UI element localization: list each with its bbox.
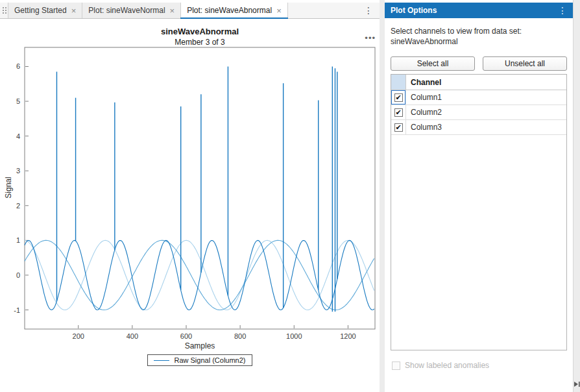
tab-label: Plot: sineWaveAbnormal xyxy=(187,6,272,15)
column3-checkbox[interactable]: ✔ xyxy=(394,123,403,132)
tab-overflow-menu-icon[interactable]: ⋮ xyxy=(357,5,380,16)
document-tab-bar: Getting Started × Plot: sineWaveNormal ×… xyxy=(0,3,380,19)
svg-text:5: 5 xyxy=(16,97,20,105)
figure-panel: sineWaveAbnormal Member 3 of 3 ••• Signa… xyxy=(0,19,380,392)
table-row[interactable]: ✔ Column3 xyxy=(391,120,566,135)
checkbox-cell[interactable]: ✔ xyxy=(391,105,406,119)
channel-name[interactable]: Column2 xyxy=(406,105,566,119)
checkbox-cell[interactable]: ✔ xyxy=(391,120,406,134)
close-icon[interactable]: × xyxy=(170,6,175,15)
checkbox-column-header[interactable] xyxy=(391,75,406,90)
signal-plot[interactable]: 20040060080010001200-10123456 xyxy=(8,47,383,349)
column2-checkbox[interactable]: ✔ xyxy=(394,108,403,117)
table-row[interactable]: ✔ Column1 xyxy=(391,90,566,105)
panel-menu-icon[interactable]: ⋮ xyxy=(558,5,567,16)
svg-text:800: 800 xyxy=(234,332,246,340)
app-window: Getting Started × Plot: sineWaveNormal ×… xyxy=(0,0,580,392)
tab-plot-sinewaveabnormal[interactable]: Plot: sineWaveAbnormal × xyxy=(180,3,288,18)
panel-body: Select channels to view from data set: s… xyxy=(385,18,573,392)
legend-box: Raw Signal (Column2) xyxy=(147,354,252,366)
tab-bar-grip-icon[interactable] xyxy=(1,6,7,15)
x-axis-label: Samples xyxy=(25,341,375,350)
legend: Raw Signal (Column2) xyxy=(25,354,375,366)
show-anomalies-checkbox[interactable] xyxy=(392,361,400,370)
plot-subtitle: Member 3 of 3 xyxy=(25,38,375,47)
panel-description-line1: Select channels to view from data set: xyxy=(391,26,567,36)
legend-line-swatch xyxy=(154,360,169,361)
panel-description-line2: sineWaveAbnormal xyxy=(391,36,567,47)
checkbox-cell[interactable]: ✔ xyxy=(391,90,406,104)
svg-text:2: 2 xyxy=(16,202,20,210)
svg-text:1000: 1000 xyxy=(286,332,302,340)
pane-divider xyxy=(380,0,385,392)
plot-options-panel: Plot Options ⋮ Select channels to view f… xyxy=(385,0,573,392)
svg-text:200: 200 xyxy=(73,332,84,340)
channel-name[interactable]: Column1 xyxy=(406,90,566,104)
tab-label: Getting Started xyxy=(14,6,67,15)
show-labeled-anomalies-option: Show labeled anomalies xyxy=(392,361,489,370)
legend-label: Raw Signal (Column2) xyxy=(174,356,245,364)
panel-header: Plot Options ⋮ xyxy=(385,3,573,18)
svg-text:-1: -1 xyxy=(14,306,20,314)
channel-table: Channel ✔ Column1 ✔ Column2 ✔ xyxy=(391,74,567,350)
tab-plot-sinewavenormal[interactable]: Plot: sineWaveNormal × xyxy=(82,3,181,18)
panel-title: Plot Options xyxy=(391,6,437,15)
channel-table-header: Channel xyxy=(391,75,566,90)
show-anomalies-label: Show labeled anomalies xyxy=(405,361,489,370)
collapse-strip xyxy=(573,0,580,392)
svg-text:4: 4 xyxy=(16,132,20,140)
svg-text:0: 0 xyxy=(16,271,20,279)
svg-text:600: 600 xyxy=(180,332,192,340)
unselect-all-button[interactable]: Unselect all xyxy=(483,56,567,71)
svg-text:400: 400 xyxy=(127,332,138,340)
channel-name[interactable]: Column3 xyxy=(406,120,566,134)
document-area: Getting Started × Plot: sineWaveNormal ×… xyxy=(0,0,380,392)
close-icon[interactable]: × xyxy=(71,6,77,15)
svg-text:1200: 1200 xyxy=(340,332,356,340)
table-row[interactable]: ✔ Column2 xyxy=(391,105,566,120)
plot-options-ellipsis-icon[interactable]: ••• xyxy=(365,33,376,43)
svg-text:6: 6 xyxy=(16,62,20,70)
tab-getting-started[interactable]: Getting Started × xyxy=(8,3,82,18)
svg-text:3: 3 xyxy=(16,167,20,175)
select-all-button[interactable]: Select all xyxy=(391,56,475,71)
column1-checkbox[interactable]: ✔ xyxy=(394,93,403,102)
plot-title: sineWaveAbnormal xyxy=(25,27,375,36)
tab-label: Plot: sineWaveNormal xyxy=(88,6,165,15)
channel-column-header: Channel xyxy=(406,75,566,90)
dock-arrow-icon[interactable] xyxy=(574,380,580,388)
svg-text:1: 1 xyxy=(16,236,20,244)
close-icon[interactable]: × xyxy=(276,6,282,15)
